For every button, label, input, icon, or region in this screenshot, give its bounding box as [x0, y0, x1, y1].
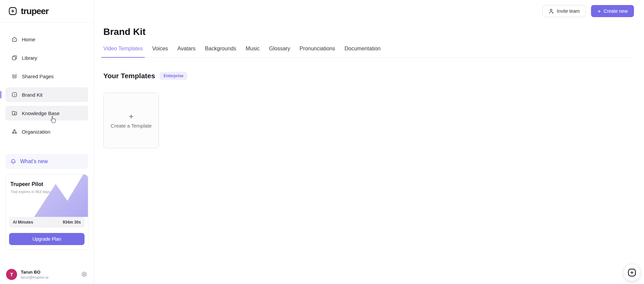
templates-section-header: Your Templates Enterprise [103, 72, 635, 80]
ai-minutes-row: AI Minutes 934m 30s [9, 217, 85, 228]
shared-pages-icon [11, 73, 17, 79]
page-content: Brand Kit Video Templates Voices Avatars… [94, 0, 644, 148]
user-info: Tarun BO tarun@trupeer.ai [21, 270, 48, 279]
tab-bar: Video Templates Voices Avatars Backgroun… [103, 46, 635, 58]
app-logo-wordmark: trupeer [21, 6, 49, 16]
sidebar-item-knowledge-base[interactable]: Knowledge Base [5, 106, 88, 121]
pilot-graph-icon [5, 175, 88, 217]
invite-team-button[interactable]: Invite team [542, 5, 586, 17]
pilot-subtitle: Trial expires in 963 days [10, 190, 50, 194]
trupeer-logo-icon [8, 6, 17, 16]
bell-icon [10, 158, 16, 165]
trupeer-widget-button[interactable] [623, 264, 641, 281]
user-account-row[interactable]: T Tarun BO tarun@trupeer.ai [6, 269, 88, 280]
sidebar-item-label: Shared Pages [22, 74, 54, 79]
sidebar-item-library[interactable]: Library [5, 50, 88, 65]
sidebar-item-label: Brand Kit [22, 92, 43, 98]
sidebar-item-shared-pages[interactable]: Shared Pages [5, 69, 88, 84]
user-name: Tarun BO [21, 270, 48, 275]
organization-icon [11, 129, 17, 135]
topbar: Invite team + Create new [542, 5, 634, 17]
plus-icon: + [129, 112, 133, 121]
create-new-button[interactable]: + Create new [591, 5, 634, 17]
sidebar-item-organization[interactable]: Organization [5, 124, 88, 139]
sidebar-item-label: Library [22, 55, 37, 61]
tab-video-templates[interactable]: Video Templates [103, 46, 143, 57]
app-logo[interactable]: trupeer [0, 0, 94, 22]
tab-avatars[interactable]: Avatars [177, 46, 196, 57]
invite-person-icon [548, 8, 554, 14]
sidebar-item-label: Knowledge Base [22, 110, 60, 116]
main-area: Invite team + Create new Brand Kit Video… [94, 0, 644, 284]
user-email: tarun@trupeer.ai [21, 275, 48, 279]
whats-new-button[interactable]: What's new [5, 154, 88, 169]
create-template-tile[interactable]: + Create a Template [103, 93, 159, 148]
whats-new-label: What's new [20, 158, 48, 164]
tab-pronunciations[interactable]: Pronunciations [300, 46, 335, 57]
create-new-label: Create new [603, 8, 628, 14]
section-title: Your Templates [103, 72, 155, 80]
invite-team-label: Invite team [557, 8, 580, 14]
sidebar-item-label: Home [22, 37, 35, 42]
sidebar: trupeer Home Library [0, 0, 94, 284]
pilot-title: Trupeer Pilot [10, 181, 43, 187]
sidebar-item-brand-kit[interactable]: Brand Kit [5, 87, 88, 102]
pilot-plan-card: Trupeer Pilot Trial expires in 963 days … [5, 174, 88, 250]
sidebar-nav: Home Library Shared Pages [0, 22, 94, 143]
tab-music[interactable]: Music [246, 46, 260, 57]
tab-documentation[interactable]: Documentation [344, 46, 381, 57]
plus-icon: + [597, 8, 601, 14]
settings-gear-icon[interactable] [81, 271, 88, 278]
page-title: Brand Kit [103, 26, 635, 38]
create-template-label: Create a Template [111, 123, 152, 129]
avatar: T [6, 269, 17, 280]
brand-kit-icon [11, 92, 17, 98]
knowledge-base-icon [11, 110, 17, 116]
upgrade-plan-button[interactable]: Upgrade Plan [9, 233, 85, 245]
tab-glossary[interactable]: Glossary [269, 46, 290, 57]
tab-voices[interactable]: Voices [152, 46, 168, 57]
home-icon [11, 36, 17, 42]
ai-minutes-value: 934m 30s [63, 220, 81, 225]
ai-minutes-label: AI Minutes [13, 220, 33, 225]
active-indicator [0, 91, 1, 98]
library-icon [11, 55, 17, 61]
enterprise-badge: Enterprise [160, 72, 187, 80]
sidebar-item-home[interactable]: Home [5, 32, 88, 47]
trupeer-logo-icon [627, 268, 637, 277]
tab-backgrounds[interactable]: Backgrounds [205, 46, 236, 57]
sidebar-item-label: Organization [22, 129, 50, 135]
pilot-graphic: Trupeer Pilot Trial expires in 963 days [6, 175, 88, 217]
